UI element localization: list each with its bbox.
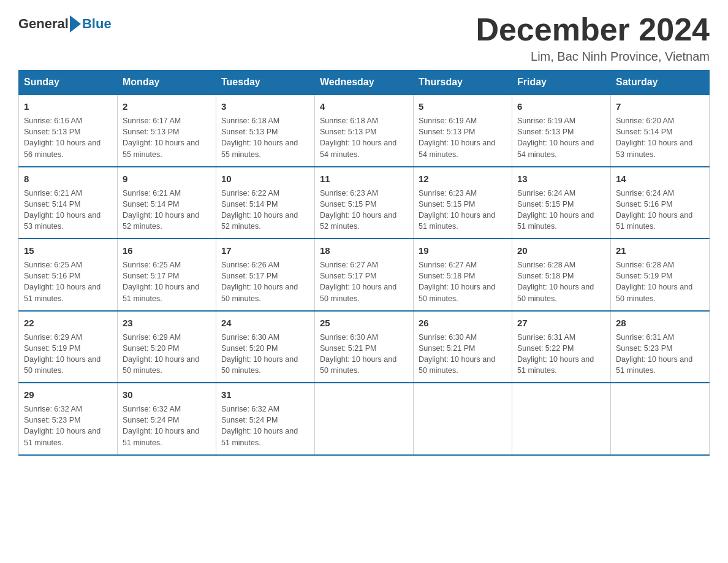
calendar-week-row: 8Sunrise: 6:21 AMSunset: 5:14 PMDaylight… bbox=[19, 167, 710, 239]
day-info: Sunrise: 6:21 AMSunset: 5:14 PMDaylight:… bbox=[123, 188, 211, 232]
day-info: Sunrise: 6:32 AMSunset: 5:24 PMDaylight:… bbox=[221, 404, 309, 448]
day-number: 12 bbox=[419, 172, 507, 185]
calendar-day-cell: 6Sunrise: 6:19 AMSunset: 5:13 PMDaylight… bbox=[512, 94, 611, 167]
calendar-day-cell: 25Sunrise: 6:30 AMSunset: 5:21 PMDayligh… bbox=[315, 311, 414, 383]
day-number: 20 bbox=[517, 244, 605, 257]
sunset-text: Sunset: 5:13 PM bbox=[221, 126, 309, 137]
calendar-week-row: 1Sunrise: 6:16 AMSunset: 5:13 PMDaylight… bbox=[19, 94, 710, 167]
day-info: Sunrise: 6:28 AMSunset: 5:19 PMDaylight:… bbox=[616, 259, 704, 304]
day-info: Sunrise: 6:29 AMSunset: 5:20 PMDaylight:… bbox=[123, 332, 211, 377]
sunrise-text: Sunrise: 6:20 AM bbox=[616, 115, 704, 126]
day-number: 21 bbox=[616, 244, 704, 257]
sunrise-text: Sunrise: 6:32 AM bbox=[123, 404, 211, 415]
day-info: Sunrise: 6:25 AMSunset: 5:17 PMDaylight:… bbox=[123, 259, 211, 304]
calendar-day-cell: 23Sunrise: 6:29 AMSunset: 5:20 PMDayligh… bbox=[118, 311, 216, 383]
day-info: Sunrise: 6:26 AMSunset: 5:17 PMDaylight:… bbox=[221, 259, 309, 304]
title-block: December 2024 Lim, Bac Ninh Province, Vi… bbox=[476, 12, 710, 64]
day-info: Sunrise: 6:22 AMSunset: 5:14 PMDaylight:… bbox=[221, 188, 309, 232]
sunset-text: Sunset: 5:23 PM bbox=[24, 415, 112, 426]
sunset-text: Sunset: 5:21 PM bbox=[320, 343, 408, 354]
sunset-text: Sunset: 5:14 PM bbox=[24, 199, 112, 210]
day-info: Sunrise: 6:32 AMSunset: 5:23 PMDaylight:… bbox=[24, 404, 112, 448]
sunset-text: Sunset: 5:17 PM bbox=[221, 270, 309, 282]
day-number: 26 bbox=[419, 316, 507, 329]
calendar-week-row: 22Sunrise: 6:29 AMSunset: 5:19 PMDayligh… bbox=[19, 311, 710, 383]
sunrise-text: Sunrise: 6:24 AM bbox=[517, 188, 605, 199]
day-info: Sunrise: 6:29 AMSunset: 5:19 PMDaylight:… bbox=[24, 332, 112, 377]
sunset-text: Sunset: 5:16 PM bbox=[24, 270, 112, 282]
daylight-text: Daylight: 10 hours and52 minutes. bbox=[221, 210, 309, 232]
sunrise-text: Sunrise: 6:22 AM bbox=[221, 188, 309, 199]
sunset-text: Sunset: 5:13 PM bbox=[320, 126, 408, 137]
day-number: 16 bbox=[123, 244, 211, 257]
day-info: Sunrise: 6:32 AMSunset: 5:24 PMDaylight:… bbox=[123, 404, 211, 448]
calendar-day-cell: 30Sunrise: 6:32 AMSunset: 5:24 PMDayligh… bbox=[118, 383, 216, 455]
month-title: December 2024 bbox=[476, 12, 710, 47]
day-info: Sunrise: 6:24 AMSunset: 5:15 PMDaylight:… bbox=[517, 188, 605, 232]
sunrise-text: Sunrise: 6:24 AM bbox=[616, 188, 704, 199]
daylight-text: Daylight: 10 hours and51 minutes. bbox=[419, 210, 507, 232]
calendar-day-cell: 16Sunrise: 6:25 AMSunset: 5:17 PMDayligh… bbox=[118, 239, 216, 311]
daylight-text: Daylight: 10 hours and53 minutes. bbox=[24, 210, 112, 232]
sunset-text: Sunset: 5:16 PM bbox=[616, 199, 704, 210]
sunrise-text: Sunrise: 6:32 AM bbox=[24, 404, 112, 415]
daylight-text: Daylight: 10 hours and52 minutes. bbox=[123, 210, 211, 232]
day-number: 11 bbox=[320, 172, 408, 185]
calendar-day-cell: 20Sunrise: 6:28 AMSunset: 5:18 PMDayligh… bbox=[512, 239, 611, 311]
daylight-text: Daylight: 10 hours and51 minutes. bbox=[221, 426, 309, 448]
page-container: General Blue December 2024 Lim, Bac Ninh… bbox=[0, 0, 728, 474]
daylight-text: Daylight: 10 hours and51 minutes. bbox=[123, 426, 211, 448]
calendar-day-cell: 21Sunrise: 6:28 AMSunset: 5:19 PMDayligh… bbox=[611, 239, 710, 311]
day-info: Sunrise: 6:28 AMSunset: 5:18 PMDaylight:… bbox=[517, 259, 605, 304]
day-number: 13 bbox=[517, 172, 605, 185]
day-number: 29 bbox=[24, 388, 112, 401]
calendar-day-cell: 11Sunrise: 6:23 AMSunset: 5:15 PMDayligh… bbox=[315, 167, 414, 239]
sunrise-text: Sunrise: 6:18 AM bbox=[320, 115, 408, 126]
calendar-day-cell: 13Sunrise: 6:24 AMSunset: 5:15 PMDayligh… bbox=[512, 167, 611, 239]
calendar-day-cell: 15Sunrise: 6:25 AMSunset: 5:16 PMDayligh… bbox=[19, 239, 118, 311]
day-number: 25 bbox=[320, 316, 408, 329]
calendar-day-cell: 17Sunrise: 6:26 AMSunset: 5:17 PMDayligh… bbox=[216, 239, 315, 311]
daylight-text: Daylight: 10 hours and55 minutes. bbox=[221, 137, 309, 159]
sunrise-text: Sunrise: 6:23 AM bbox=[320, 188, 408, 199]
logo-arrow-icon bbox=[70, 15, 81, 33]
calendar-day-cell: 31Sunrise: 6:32 AMSunset: 5:24 PMDayligh… bbox=[216, 383, 315, 455]
calendar-day-cell bbox=[611, 383, 710, 455]
day-of-week-header: Tuesday bbox=[216, 71, 315, 95]
location: Lim, Bac Ninh Province, Vietnam bbox=[476, 50, 710, 64]
sunrise-text: Sunrise: 6:17 AM bbox=[123, 115, 211, 126]
daylight-text: Daylight: 10 hours and50 minutes. bbox=[123, 354, 211, 376]
sunrise-text: Sunrise: 6:30 AM bbox=[419, 332, 507, 343]
calendar-day-cell: 27Sunrise: 6:31 AMSunset: 5:22 PMDayligh… bbox=[512, 311, 611, 383]
sunset-text: Sunset: 5:24 PM bbox=[221, 415, 309, 426]
sunrise-text: Sunrise: 6:16 AM bbox=[24, 115, 112, 126]
day-number: 6 bbox=[517, 100, 605, 113]
calendar-week-row: 29Sunrise: 6:32 AMSunset: 5:23 PMDayligh… bbox=[19, 383, 710, 455]
daylight-text: Daylight: 10 hours and51 minutes. bbox=[123, 282, 211, 304]
daylight-text: Daylight: 10 hours and50 minutes. bbox=[616, 282, 704, 304]
sunrise-text: Sunrise: 6:21 AM bbox=[123, 188, 211, 199]
calendar-day-cell: 3Sunrise: 6:18 AMSunset: 5:13 PMDaylight… bbox=[216, 94, 315, 167]
day-of-week-header: Thursday bbox=[414, 71, 512, 95]
header: General Blue December 2024 Lim, Bac Ninh… bbox=[18, 12, 710, 64]
day-info: Sunrise: 6:31 AMSunset: 5:22 PMDaylight:… bbox=[517, 332, 605, 377]
daylight-text: Daylight: 10 hours and50 minutes. bbox=[320, 354, 408, 376]
daylight-text: Daylight: 10 hours and55 minutes. bbox=[123, 137, 211, 159]
sunset-text: Sunset: 5:15 PM bbox=[419, 199, 507, 210]
day-info: Sunrise: 6:30 AMSunset: 5:21 PMDaylight:… bbox=[320, 332, 408, 377]
sunrise-text: Sunrise: 6:27 AM bbox=[320, 259, 408, 270]
day-number: 14 bbox=[616, 172, 704, 185]
calendar-day-cell: 28Sunrise: 6:31 AMSunset: 5:23 PMDayligh… bbox=[611, 311, 710, 383]
sunset-text: Sunset: 5:15 PM bbox=[320, 199, 408, 210]
sunrise-text: Sunrise: 6:23 AM bbox=[419, 188, 507, 199]
day-info: Sunrise: 6:25 AMSunset: 5:16 PMDaylight:… bbox=[24, 259, 112, 304]
day-of-week-header: Friday bbox=[512, 71, 611, 95]
calendar-table: SundayMondayTuesdayWednesdayThursdayFrid… bbox=[18, 70, 710, 456]
sunrise-text: Sunrise: 6:26 AM bbox=[221, 259, 309, 270]
day-number: 1 bbox=[24, 100, 112, 113]
sunset-text: Sunset: 5:17 PM bbox=[123, 270, 211, 282]
sunset-text: Sunset: 5:17 PM bbox=[320, 270, 408, 282]
day-info: Sunrise: 6:17 AMSunset: 5:13 PMDaylight:… bbox=[123, 115, 211, 160]
calendar-week-row: 15Sunrise: 6:25 AMSunset: 5:16 PMDayligh… bbox=[19, 239, 710, 311]
sunset-text: Sunset: 5:24 PM bbox=[123, 415, 211, 426]
